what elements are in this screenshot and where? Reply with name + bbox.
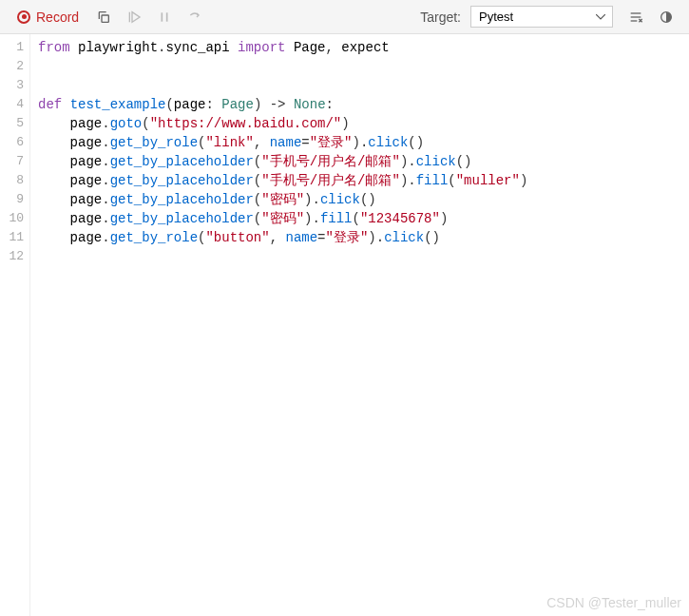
code-line [38,76,689,95]
code-line: page.get_by_placeholder("密码").click() [38,190,689,209]
record-icon [17,10,30,24]
toolbar: Record Target: Pytest [0,0,689,34]
code-line: page.goto("https://www.baidu.com/") [38,114,689,133]
editor[interactable]: 123456789101112 from playwright.sync_api… [0,34,689,616]
code-line: page.get_by_placeholder("密码").fill("1234… [38,209,689,228]
code-line: page.get_by_role("link", name="登录").clic… [38,133,689,152]
svg-rect-0 [102,15,108,22]
pause-icon[interactable] [151,4,178,30]
play-icon[interactable] [121,4,147,30]
code-line: page.get_by_placeholder("手机号/用户名/邮箱").cl… [38,152,689,171]
code-line: from playwright.sync_api import Page, ex… [38,38,689,57]
code-line: def test_example(page: Page) -> None: [38,95,689,114]
theme-icon[interactable] [653,4,679,30]
record-button[interactable]: Record [10,6,86,29]
target-label: Target: [420,10,461,25]
code-area[interactable]: from playwright.sync_api import Page, ex… [30,34,689,616]
code-line [38,57,689,76]
line-gutter: 123456789101112 [0,34,30,616]
record-label: Record [36,10,79,25]
target-select[interactable]: Pytest [470,6,613,28]
step-icon[interactable] [182,4,208,30]
code-line [38,247,689,266]
code-line: page.get_by_role("button", name="登录").cl… [38,228,689,247]
clear-icon[interactable] [622,4,649,30]
svg-marker-2 [132,11,140,22]
copy-icon[interactable] [90,4,117,30]
code-line: page.get_by_placeholder("手机号/用户名/邮箱").fi… [38,171,689,190]
